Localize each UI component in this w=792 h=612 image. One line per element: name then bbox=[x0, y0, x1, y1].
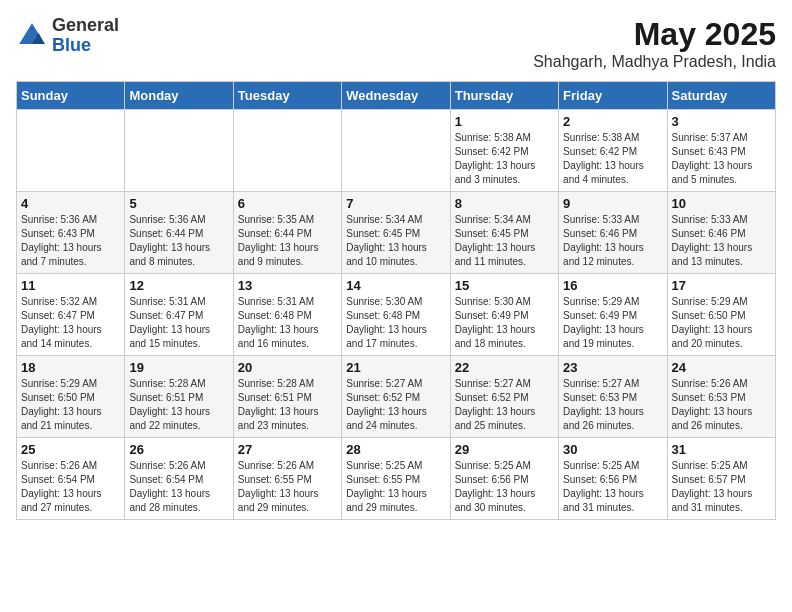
header-wednesday: Wednesday bbox=[342, 82, 450, 110]
day-cell: 13Sunrise: 5:31 AM Sunset: 6:48 PM Dayli… bbox=[233, 274, 341, 356]
day-info: Sunrise: 5:27 AM Sunset: 6:52 PM Dayligh… bbox=[346, 377, 445, 433]
day-cell: 23Sunrise: 5:27 AM Sunset: 6:53 PM Dayli… bbox=[559, 356, 667, 438]
day-cell: 3Sunrise: 5:37 AM Sunset: 6:43 PM Daylig… bbox=[667, 110, 775, 192]
header-friday: Friday bbox=[559, 82, 667, 110]
day-number: 20 bbox=[238, 360, 337, 375]
week-row-4: 18Sunrise: 5:29 AM Sunset: 6:50 PM Dayli… bbox=[17, 356, 776, 438]
day-number: 10 bbox=[672, 196, 771, 211]
day-number: 19 bbox=[129, 360, 228, 375]
day-cell: 21Sunrise: 5:27 AM Sunset: 6:52 PM Dayli… bbox=[342, 356, 450, 438]
logo: General Blue bbox=[16, 16, 119, 56]
day-info: Sunrise: 5:25 AM Sunset: 6:56 PM Dayligh… bbox=[563, 459, 662, 515]
day-info: Sunrise: 5:29 AM Sunset: 6:49 PM Dayligh… bbox=[563, 295, 662, 351]
day-cell: 30Sunrise: 5:25 AM Sunset: 6:56 PM Dayli… bbox=[559, 438, 667, 520]
day-number: 18 bbox=[21, 360, 120, 375]
calendar-header-row: SundayMondayTuesdayWednesdayThursdayFrid… bbox=[17, 82, 776, 110]
day-cell: 14Sunrise: 5:30 AM Sunset: 6:48 PM Dayli… bbox=[342, 274, 450, 356]
sub-title: Shahgarh, Madhya Pradesh, India bbox=[533, 53, 776, 71]
week-row-1: 1Sunrise: 5:38 AM Sunset: 6:42 PM Daylig… bbox=[17, 110, 776, 192]
day-cell: 9Sunrise: 5:33 AM Sunset: 6:46 PM Daylig… bbox=[559, 192, 667, 274]
day-cell: 27Sunrise: 5:26 AM Sunset: 6:55 PM Dayli… bbox=[233, 438, 341, 520]
day-info: Sunrise: 5:34 AM Sunset: 6:45 PM Dayligh… bbox=[346, 213, 445, 269]
day-number: 26 bbox=[129, 442, 228, 457]
day-number: 25 bbox=[21, 442, 120, 457]
day-number: 21 bbox=[346, 360, 445, 375]
day-cell: 29Sunrise: 5:25 AM Sunset: 6:56 PM Dayli… bbox=[450, 438, 558, 520]
day-cell: 28Sunrise: 5:25 AM Sunset: 6:55 PM Dayli… bbox=[342, 438, 450, 520]
day-info: Sunrise: 5:38 AM Sunset: 6:42 PM Dayligh… bbox=[563, 131, 662, 187]
day-number: 12 bbox=[129, 278, 228, 293]
header-saturday: Saturday bbox=[667, 82, 775, 110]
day-cell: 8Sunrise: 5:34 AM Sunset: 6:45 PM Daylig… bbox=[450, 192, 558, 274]
day-number: 24 bbox=[672, 360, 771, 375]
day-number: 4 bbox=[21, 196, 120, 211]
day-number: 17 bbox=[672, 278, 771, 293]
day-info: Sunrise: 5:28 AM Sunset: 6:51 PM Dayligh… bbox=[129, 377, 228, 433]
day-cell: 4Sunrise: 5:36 AM Sunset: 6:43 PM Daylig… bbox=[17, 192, 125, 274]
day-info: Sunrise: 5:25 AM Sunset: 6:57 PM Dayligh… bbox=[672, 459, 771, 515]
header-sunday: Sunday bbox=[17, 82, 125, 110]
day-info: Sunrise: 5:30 AM Sunset: 6:49 PM Dayligh… bbox=[455, 295, 554, 351]
day-info: Sunrise: 5:37 AM Sunset: 6:43 PM Dayligh… bbox=[672, 131, 771, 187]
day-number: 29 bbox=[455, 442, 554, 457]
day-cell: 22Sunrise: 5:27 AM Sunset: 6:52 PM Dayli… bbox=[450, 356, 558, 438]
day-number: 8 bbox=[455, 196, 554, 211]
day-info: Sunrise: 5:27 AM Sunset: 6:52 PM Dayligh… bbox=[455, 377, 554, 433]
day-info: Sunrise: 5:36 AM Sunset: 6:43 PM Dayligh… bbox=[21, 213, 120, 269]
day-cell: 20Sunrise: 5:28 AM Sunset: 6:51 PM Dayli… bbox=[233, 356, 341, 438]
header-thursday: Thursday bbox=[450, 82, 558, 110]
logo-icon bbox=[16, 20, 48, 52]
day-cell bbox=[17, 110, 125, 192]
main-title: May 2025 bbox=[533, 16, 776, 53]
day-cell: 10Sunrise: 5:33 AM Sunset: 6:46 PM Dayli… bbox=[667, 192, 775, 274]
day-info: Sunrise: 5:28 AM Sunset: 6:51 PM Dayligh… bbox=[238, 377, 337, 433]
day-cell: 25Sunrise: 5:26 AM Sunset: 6:54 PM Dayli… bbox=[17, 438, 125, 520]
logo-general: General bbox=[52, 15, 119, 35]
day-info: Sunrise: 5:27 AM Sunset: 6:53 PM Dayligh… bbox=[563, 377, 662, 433]
day-info: Sunrise: 5:25 AM Sunset: 6:56 PM Dayligh… bbox=[455, 459, 554, 515]
day-info: Sunrise: 5:25 AM Sunset: 6:55 PM Dayligh… bbox=[346, 459, 445, 515]
day-number: 3 bbox=[672, 114, 771, 129]
day-number: 5 bbox=[129, 196, 228, 211]
day-cell: 18Sunrise: 5:29 AM Sunset: 6:50 PM Dayli… bbox=[17, 356, 125, 438]
week-row-2: 4Sunrise: 5:36 AM Sunset: 6:43 PM Daylig… bbox=[17, 192, 776, 274]
day-info: Sunrise: 5:34 AM Sunset: 6:45 PM Dayligh… bbox=[455, 213, 554, 269]
day-number: 23 bbox=[563, 360, 662, 375]
day-info: Sunrise: 5:31 AM Sunset: 6:47 PM Dayligh… bbox=[129, 295, 228, 351]
day-number: 28 bbox=[346, 442, 445, 457]
day-number: 14 bbox=[346, 278, 445, 293]
day-cell: 1Sunrise: 5:38 AM Sunset: 6:42 PM Daylig… bbox=[450, 110, 558, 192]
day-info: Sunrise: 5:26 AM Sunset: 6:54 PM Dayligh… bbox=[21, 459, 120, 515]
title-area: May 2025 Shahgarh, Madhya Pradesh, India bbox=[533, 16, 776, 71]
day-info: Sunrise: 5:29 AM Sunset: 6:50 PM Dayligh… bbox=[672, 295, 771, 351]
logo-text: General Blue bbox=[52, 16, 119, 56]
day-number: 1 bbox=[455, 114, 554, 129]
day-cell: 17Sunrise: 5:29 AM Sunset: 6:50 PM Dayli… bbox=[667, 274, 775, 356]
day-cell: 26Sunrise: 5:26 AM Sunset: 6:54 PM Dayli… bbox=[125, 438, 233, 520]
day-number: 13 bbox=[238, 278, 337, 293]
day-cell: 19Sunrise: 5:28 AM Sunset: 6:51 PM Dayli… bbox=[125, 356, 233, 438]
day-cell: 16Sunrise: 5:29 AM Sunset: 6:49 PM Dayli… bbox=[559, 274, 667, 356]
day-cell: 2Sunrise: 5:38 AM Sunset: 6:42 PM Daylig… bbox=[559, 110, 667, 192]
calendar: SundayMondayTuesdayWednesdayThursdayFrid… bbox=[16, 81, 776, 520]
day-number: 15 bbox=[455, 278, 554, 293]
day-cell bbox=[233, 110, 341, 192]
day-cell: 6Sunrise: 5:35 AM Sunset: 6:44 PM Daylig… bbox=[233, 192, 341, 274]
day-number: 16 bbox=[563, 278, 662, 293]
day-info: Sunrise: 5:29 AM Sunset: 6:50 PM Dayligh… bbox=[21, 377, 120, 433]
day-number: 9 bbox=[563, 196, 662, 211]
day-number: 11 bbox=[21, 278, 120, 293]
logo-blue: Blue bbox=[52, 35, 91, 55]
header-tuesday: Tuesday bbox=[233, 82, 341, 110]
day-info: Sunrise: 5:33 AM Sunset: 6:46 PM Dayligh… bbox=[563, 213, 662, 269]
day-cell bbox=[125, 110, 233, 192]
day-info: Sunrise: 5:26 AM Sunset: 6:53 PM Dayligh… bbox=[672, 377, 771, 433]
day-cell: 15Sunrise: 5:30 AM Sunset: 6:49 PM Dayli… bbox=[450, 274, 558, 356]
day-info: Sunrise: 5:32 AM Sunset: 6:47 PM Dayligh… bbox=[21, 295, 120, 351]
day-info: Sunrise: 5:36 AM Sunset: 6:44 PM Dayligh… bbox=[129, 213, 228, 269]
day-cell: 11Sunrise: 5:32 AM Sunset: 6:47 PM Dayli… bbox=[17, 274, 125, 356]
header-monday: Monday bbox=[125, 82, 233, 110]
header: General Blue May 2025 Shahgarh, Madhya P… bbox=[16, 16, 776, 71]
day-cell: 7Sunrise: 5:34 AM Sunset: 6:45 PM Daylig… bbox=[342, 192, 450, 274]
week-row-5: 25Sunrise: 5:26 AM Sunset: 6:54 PM Dayli… bbox=[17, 438, 776, 520]
